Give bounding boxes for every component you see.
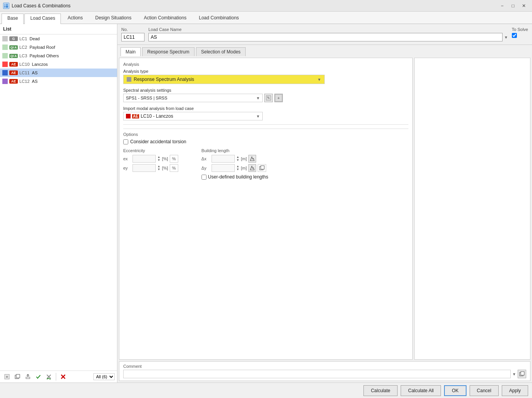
options-title: Options [123,132,408,137]
list-filter: All (6) [93,373,115,380]
inner-tab-bar: Main Response Spectrum Selection of Mode… [117,45,532,56]
item-badge: QI A [9,45,18,50]
list-item[interactable]: G LC1 Dead [0,34,117,43]
apply-button[interactable]: Apply [502,385,528,396]
ex-input[interactable] [133,155,156,163]
analysis-type-value: Response Spectrum Analysis [134,77,194,82]
list-item[interactable]: AE LC12 AS [0,77,117,86]
spectral-value: SPS1 - SRSS | SRSS [126,96,167,100]
section-divider [123,124,408,125]
export-button[interactable] [23,372,33,381]
comment-dropdown-arrow: ▼ [512,372,516,376]
ok-button[interactable]: OK [444,385,466,396]
dy-input[interactable] [212,164,235,172]
close-button[interactable]: ✕ [519,2,529,10]
svg-rect-0 [4,3,9,8]
check-button[interactable] [34,372,43,381]
tab-load-combinations[interactable]: Load Combinations [193,13,244,24]
bottom-bar: Calculate Calculate All OK Cancel Apply [0,383,532,398]
spectral-edit-button[interactable]: ✎ [264,94,273,102]
item-color [2,70,8,75]
comment-input[interactable] [123,370,511,378]
spectral-select-row: SPS1 - SRSS | SRSS ▼ ✎ + [123,94,408,102]
tab-action-combinations[interactable]: Action Combinations [138,13,192,24]
consider-row: Consider accidental torsion [123,139,408,144]
name-input[interactable] [148,33,503,41]
no-input[interactable] [121,33,145,41]
inner-tab-selection-modes[interactable]: Selection of Modes [196,47,246,56]
filter-select[interactable]: All (6) [93,373,115,380]
ey-spinner[interactable]: ▲▼ [157,165,160,171]
tab-actions[interactable]: Actions [62,13,88,24]
to-solve-checkbox[interactable] [512,33,517,38]
list-item[interactable]: QI A LC3 Payload Others [0,51,117,60]
inner-tab-response-spectrum[interactable]: Response Spectrum [142,47,195,56]
tab-design-situations[interactable]: Design Situations [90,13,137,24]
list-item-selected[interactable]: AE LC11 AS [0,69,117,77]
comment-section: Comment ▼ [119,361,530,381]
ey-unit: [%] [162,166,168,170]
no-field-group: No. [121,27,145,41]
user-defined-label: User-defined building lengths [208,174,268,180]
ey-percent-button[interactable]: % [170,164,178,172]
dx-pick-button[interactable] [248,155,256,163]
svg-text:+: + [6,374,8,379]
dx-row: Δx ▲▼ [m] [201,155,268,163]
list-items: G LC1 Dead QI A LC2 Payload Roof QI A LC… [0,34,117,371]
item-badge: AE [9,70,18,75]
item-badge: QI A [9,54,18,58]
import-select[interactable]: AE LC10 - Lanczos ▼ [123,112,263,120]
list-item[interactable]: AE LC10 Lanczos [0,60,117,69]
lc-name: Dead [29,36,40,41]
duplicate-button[interactable] [13,372,22,381]
svg-text:+: + [277,96,280,100]
spectral-add-button[interactable]: + [274,94,283,102]
lc-number: LC1 [19,36,27,41]
dy-spinner[interactable]: ▲▼ [236,165,239,171]
calculate-all-button[interactable]: Calculate All [401,385,441,396]
item-color [2,36,8,41]
left-panel: List G LC1 Dead QI A LC2 Payload Roof QI… [0,24,117,383]
comment-copy-button[interactable] [518,370,526,378]
delete-button[interactable] [59,372,68,381]
maximize-button[interactable]: □ [508,2,518,10]
cross-check-button[interactable] [44,372,53,381]
inner-tab-main[interactable]: Main [121,47,141,56]
lc-number: LC2 [19,45,27,50]
copy-button[interactable] [258,164,266,172]
dx-spinner[interactable]: ▲▼ [236,156,239,162]
name-label: Load Case Name [148,27,508,32]
list-item[interactable]: QI A LC2 Payload Roof [0,43,117,51]
ex-percent-button[interactable]: % [170,155,178,163]
list-toolbar: + All (6) [0,371,117,383]
tab-base[interactable]: Base [2,14,24,24]
user-defined-checkbox[interactable] [201,175,207,180]
dy-label: Δy [201,166,210,170]
tab-load-cases[interactable]: Load Cases [24,14,61,24]
ey-input[interactable] [133,164,156,172]
main-content: List G LC1 Dead QI A LC2 Payload Roof QI… [0,24,532,383]
ey-row: ey ▲▼ [%] % [123,164,178,172]
lc-name: AS [32,70,38,75]
ey-label: ey [123,166,131,170]
ex-label: ex [123,156,131,161]
lc-name: Payload Roof [29,45,55,50]
options-section: Options Consider accidental torsion Ecce… [123,129,408,180]
building-col: Building length Δx ▲▼ [m] [201,148,268,180]
minimize-button[interactable]: − [497,2,507,10]
item-color [2,62,8,67]
add-item-button[interactable]: + [2,372,12,381]
building-title: Building length [201,148,268,153]
cancel-button[interactable]: Cancel [470,385,499,396]
spectral-select[interactable]: SPS1 - SRSS | SRSS ▼ [123,94,263,102]
side-panel [414,58,530,360]
lc-name: AS [32,79,38,84]
ex-spinner[interactable]: ▲▼ [157,156,160,162]
lc-number: LC12 [19,79,29,84]
analysis-type-select[interactable]: Response Spectrum Analysis ▼ [123,75,325,84]
calculate-button[interactable]: Calculate [363,385,398,396]
to-solve-group: To Solve [512,27,528,38]
dx-input[interactable] [212,155,235,163]
dy-pick-button[interactable] [248,164,256,172]
consider-torsion-checkbox[interactable] [123,139,128,144]
